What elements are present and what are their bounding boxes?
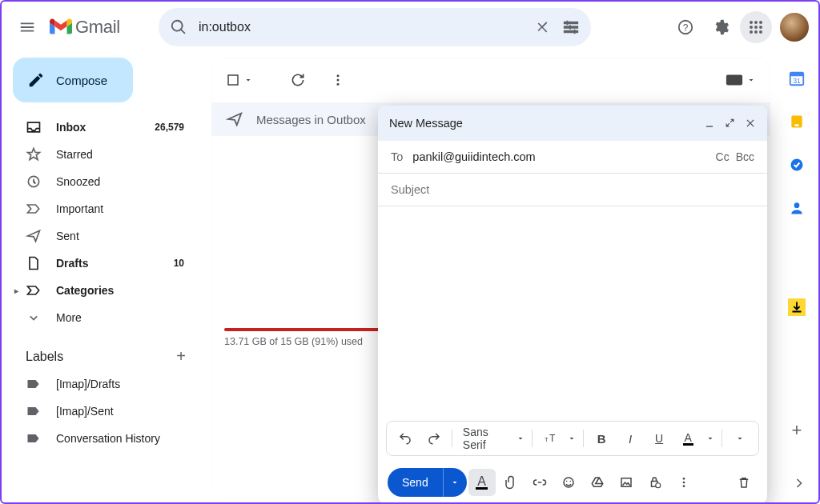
insert-emoji-button[interactable] xyxy=(555,469,582,496)
compose-to-field[interactable]: To pankil@guiidintech.com Cc Bcc xyxy=(378,141,767,174)
svg-point-28 xyxy=(566,481,568,482)
bcc-button[interactable]: Bcc xyxy=(736,150,754,163)
checkbox-icon xyxy=(226,73,240,87)
formatting-toggle-button[interactable]: A xyxy=(468,469,496,496)
settings-button[interactable] xyxy=(705,11,737,43)
sidebar-item-sent[interactable]: Sent xyxy=(10,222,195,250)
text-color-button[interactable]: A xyxy=(674,425,701,452)
select-all-button[interactable] xyxy=(226,73,253,87)
keyboard-icon xyxy=(726,74,743,86)
font-family-button[interactable]: Sans Serif xyxy=(456,425,512,452)
sidebar-item-more[interactable]: More xyxy=(10,304,195,331)
italic-button[interactable]: I xyxy=(617,425,644,452)
search-options-button[interactable] xyxy=(562,11,580,43)
sidebar-item-starred[interactable]: Starred xyxy=(10,141,195,168)
fullscreen-button[interactable] xyxy=(725,118,735,129)
caret-down-icon xyxy=(746,75,756,85)
compose-subject-field[interactable] xyxy=(378,174,767,206)
format-more-button[interactable] xyxy=(726,425,754,452)
send-button[interactable]: Send xyxy=(388,476,443,489)
chevron-down-icon xyxy=(26,310,42,326)
svg-point-14 xyxy=(337,79,340,82)
minimize-button[interactable] xyxy=(704,118,715,129)
tasks-app[interactable] xyxy=(787,155,806,174)
discard-draft-button[interactable] xyxy=(730,469,758,496)
sidebar-item-categories[interactable]: ▸ Categories xyxy=(10,277,195,304)
compose-header[interactable]: New Message xyxy=(378,106,767,141)
input-tool-button[interactable] xyxy=(726,74,756,86)
nav-label: Drafts xyxy=(56,257,88,270)
svg-point-33 xyxy=(682,478,685,480)
label-item-imap-drafts[interactable]: [Imap]/Drafts xyxy=(10,370,195,398)
nav-label: Inbox xyxy=(56,121,86,134)
underline-button[interactable]: U xyxy=(645,425,673,452)
text-color-dropdown-button[interactable] xyxy=(703,425,718,452)
keep-icon xyxy=(789,114,805,130)
add-label-button[interactable]: + xyxy=(176,347,186,366)
attach-file-button[interactable] xyxy=(497,469,525,496)
svg-point-3 xyxy=(754,21,758,24)
more-vert-icon xyxy=(331,73,345,87)
label-item-imap-sent[interactable]: [Imap]/Sent xyxy=(10,398,195,425)
sidebar-item-snoozed[interactable]: Snoozed xyxy=(10,168,195,195)
label-icon xyxy=(26,430,42,446)
insert-drive-button[interactable] xyxy=(584,469,611,496)
svg-point-15 xyxy=(337,83,340,86)
svg-rect-18 xyxy=(790,73,804,77)
font-size-button[interactable]: TT xyxy=(536,425,563,452)
compose-more-button[interactable] xyxy=(670,469,697,496)
svg-point-6 xyxy=(754,26,758,29)
calendar-icon: 31 xyxy=(788,70,806,87)
sidebar-item-inbox[interactable]: Inbox 26,579 xyxy=(10,114,195,141)
contacts-app[interactable] xyxy=(787,198,806,218)
attachment-icon xyxy=(504,475,518,490)
bold-button[interactable]: B xyxy=(588,425,615,452)
redo-button[interactable] xyxy=(420,425,448,452)
caret-down-icon xyxy=(450,478,460,487)
sidebar-item-important[interactable]: Important xyxy=(10,195,195,222)
send-options-button[interactable] xyxy=(443,468,467,497)
insert-photo-button[interactable] xyxy=(613,469,640,496)
compose-button[interactable]: Compose xyxy=(13,58,133,102)
cc-button[interactable]: Cc xyxy=(716,150,730,163)
label-text: Conversation History xyxy=(56,432,160,445)
sidebar-item-drafts[interactable]: Drafts 10 xyxy=(10,250,195,277)
person-icon xyxy=(789,200,805,216)
addon-app[interactable] xyxy=(787,298,806,317)
nav-label: Important xyxy=(56,202,103,215)
undo-button[interactable] xyxy=(392,425,419,452)
caret-down-icon xyxy=(705,434,715,443)
more-button[interactable] xyxy=(322,64,354,96)
nav-count: 26,579 xyxy=(155,122,184,133)
google-apps-button[interactable] xyxy=(740,11,772,43)
main-menu-button[interactable] xyxy=(11,11,43,43)
drive-icon xyxy=(590,475,605,490)
calendar-app[interactable]: 31 xyxy=(787,69,806,88)
search-bar[interactable] xyxy=(159,8,591,46)
inbox-icon xyxy=(26,119,42,135)
close-button[interactable] xyxy=(745,118,756,129)
keep-app[interactable] xyxy=(787,112,806,131)
clear-search-button[interactable] xyxy=(535,11,551,43)
collapse-panel-button[interactable] xyxy=(791,475,807,491)
label-text: [Imap]/Sent xyxy=(56,405,114,418)
gear-icon xyxy=(712,18,730,36)
svg-rect-12 xyxy=(228,75,238,85)
account-avatar[interactable] xyxy=(780,13,809,42)
font-dropdown-button[interactable] xyxy=(513,425,528,452)
to-value[interactable]: pankil@guiidintech.com xyxy=(412,150,705,163)
search-input[interactable] xyxy=(199,20,524,34)
nav-label: More xyxy=(56,311,82,324)
get-addons-button[interactable]: + xyxy=(781,414,813,446)
refresh-button[interactable] xyxy=(282,64,314,96)
label-item-conversation-history[interactable]: Conversation History xyxy=(10,425,195,452)
compose-body[interactable] xyxy=(378,206,767,421)
confidential-mode-button[interactable] xyxy=(641,469,669,496)
insert-link-button[interactable] xyxy=(526,469,553,496)
svg-point-8 xyxy=(750,30,753,34)
support-button[interactable]: ? xyxy=(669,11,701,43)
font-size-dropdown-button[interactable] xyxy=(565,425,579,452)
gmail-icon xyxy=(50,18,72,36)
subject-input[interactable] xyxy=(391,183,754,196)
link-icon xyxy=(533,475,547,490)
